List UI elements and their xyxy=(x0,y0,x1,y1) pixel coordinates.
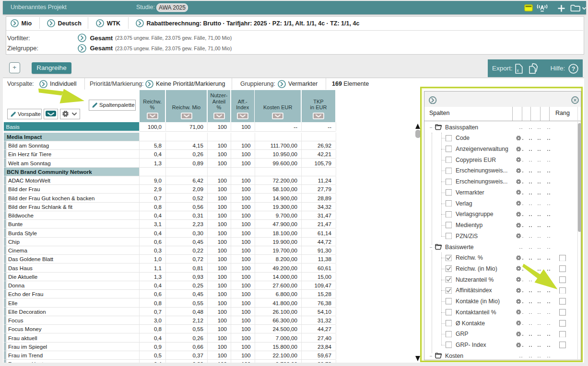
svg-text:?: ? xyxy=(572,66,576,72)
svg-text:x: x xyxy=(517,68,519,73)
